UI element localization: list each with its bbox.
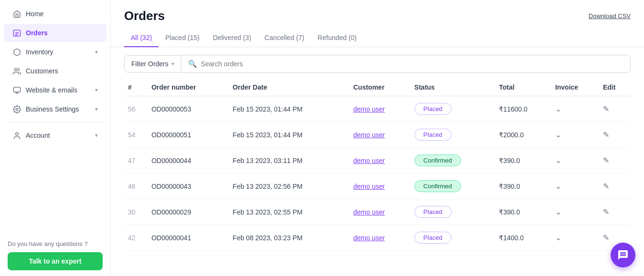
cell-status: Placed (411, 199, 495, 225)
cell-order-number: OD00000041 (148, 225, 229, 251)
edit-icon[interactable]: ✎ (603, 182, 609, 190)
cell-invoice[interactable]: ⌄ (551, 148, 599, 174)
invoice-download-icon[interactable]: ⌄ (555, 182, 561, 190)
filter-bar: Filter Orders ▾ 🔍 (111, 47, 644, 79)
cell-status: Placed (411, 225, 495, 251)
tab-4[interactable]: Refunded (0) (311, 29, 363, 47)
cell-status: Placed (411, 96, 495, 122)
sidebar-item-inventory[interactable]: Inventory ▾ (4, 43, 106, 61)
customer-link[interactable]: demo user (353, 157, 385, 164)
talk-to-expert-button[interactable]: Talk to an expert (8, 252, 103, 270)
chat-icon (617, 249, 629, 261)
customer-link[interactable]: demo user (353, 131, 385, 139)
sidebar: Home Orders Inventory ▾ Customers (0, 0, 111, 276)
tabs-bar: All (32)Placed (15)Delivered (3)Cancelle… (111, 29, 644, 47)
sidebar-item-customers[interactable]: Customers (4, 62, 106, 80)
cell-customer[interactable]: demo user (349, 225, 411, 251)
table-row: 30 OD00000029 Feb 13 2023, 02:55 PM demo… (124, 199, 631, 225)
chat-widget[interactable] (611, 243, 635, 267)
cell-customer[interactable]: demo user (349, 96, 411, 122)
col-header-total: Total (495, 79, 551, 96)
table-row: 46 OD00000043 Feb 13 2023, 02:56 PM demo… (124, 174, 631, 199)
sidebar-item-business-settings-label: Business Settings (26, 105, 79, 113)
customer-link[interactable]: demo user (353, 105, 385, 113)
cell-order-date: Feb 13 2023, 02:55 PM (229, 199, 349, 225)
table-row: 47 OD00000044 Feb 13 2023, 03:11 PM demo… (124, 148, 631, 174)
cell-customer[interactable]: demo user (349, 199, 411, 225)
invoice-download-icon[interactable]: ⌄ (555, 234, 561, 242)
orders-table: #Order numberOrder DateCustomerStatusTot… (124, 79, 631, 251)
sidebar-item-home-label: Home (26, 10, 43, 18)
customer-link[interactable]: demo user (353, 183, 385, 190)
invoice-download-icon[interactable]: ⌄ (555, 131, 561, 139)
edit-icon[interactable]: ✎ (603, 131, 609, 139)
cell-edit[interactable]: ✎ (599, 122, 631, 148)
main-content: Orders Download CSV All (32)Placed (15)D… (111, 0, 644, 276)
cell-order-date: Feb 13 2023, 03:11 PM (229, 148, 349, 174)
cell-edit[interactable]: ✎ (599, 174, 631, 199)
sidebar-item-business-settings[interactable]: Business Settings ▾ (4, 100, 106, 118)
cell-invoice[interactable]: ⌄ (551, 122, 599, 148)
cell-num: 42 (124, 225, 148, 251)
cell-invoice[interactable]: ⌄ (551, 96, 599, 122)
sidebar-item-customers-label: Customers (26, 67, 58, 75)
filter-orders-label: Filter Orders (131, 60, 169, 68)
search-box: 🔍 (181, 55, 631, 73)
status-badge: Placed (414, 103, 452, 115)
table-body: 56 OD00000053 Feb 15 2023, 01:44 PM demo… (124, 96, 631, 251)
status-badge: Confirmed (414, 154, 461, 166)
cell-total: ₹11600.0 (495, 96, 551, 122)
sidebar-item-home[interactable]: Home (4, 5, 106, 23)
edit-icon[interactable]: ✎ (603, 156, 609, 164)
svg-point-8 (16, 108, 18, 110)
cell-edit[interactable]: ✎ (599, 148, 631, 174)
cell-customer[interactable]: demo user (349, 122, 411, 148)
orders-table-container: #Order numberOrder DateCustomerStatusTot… (111, 79, 644, 276)
invoice-download-icon[interactable]: ⌄ (555, 105, 561, 113)
orders-icon (12, 29, 21, 37)
sidebar-question: Do you have any questions ? (8, 240, 103, 247)
customer-link[interactable]: demo user (353, 208, 385, 216)
search-input[interactable] (201, 60, 623, 68)
table-row: 56 OD00000053 Feb 15 2023, 01:44 PM demo… (124, 96, 631, 122)
cell-invoice[interactable]: ⌄ (551, 225, 599, 251)
chevron-down-icon: ▾ (95, 49, 98, 55)
cell-order-date: Feb 15 2023, 01:44 PM (229, 96, 349, 122)
tab-0[interactable]: All (32) (124, 29, 158, 47)
cell-total: ₹390.0 (495, 174, 551, 199)
cell-edit[interactable]: ✎ (599, 96, 631, 122)
cell-customer[interactable]: demo user (349, 174, 411, 199)
chevron-down-icon: ▾ (95, 87, 98, 93)
cell-invoice[interactable]: ⌄ (551, 174, 599, 199)
inventory-icon (12, 48, 21, 56)
cell-invoice[interactable]: ⌄ (551, 199, 599, 225)
cell-order-number: OD00000053 (148, 96, 229, 122)
sidebar-footer: Do you have any questions ? Talk to an e… (0, 235, 110, 276)
filter-orders-button[interactable]: Filter Orders ▾ (124, 55, 181, 72)
cell-customer[interactable]: demo user (349, 148, 411, 174)
col-header-order-date: Order Date (229, 79, 349, 96)
svg-point-9 (15, 133, 18, 135)
download-csv-link[interactable]: Download CSV (589, 12, 631, 20)
cell-order-date: Feb 13 2023, 02:56 PM (229, 174, 349, 199)
cell-num: 47 (124, 148, 148, 174)
tab-1[interactable]: Placed (15) (158, 29, 206, 47)
sidebar-item-website-emails-label: Website & emails (26, 86, 77, 94)
tab-2[interactable]: Delivered (3) (206, 29, 258, 47)
sidebar-item-account[interactable]: Account ▾ (4, 126, 106, 144)
sidebar-item-orders-label: Orders (26, 29, 48, 37)
cell-edit[interactable]: ✎ (599, 199, 631, 225)
tab-3[interactable]: Cancelled (7) (258, 29, 311, 47)
sidebar-item-website-emails[interactable]: Website & emails ▾ (4, 81, 106, 99)
customer-link[interactable]: demo user (353, 234, 385, 242)
col-header-customer: Customer (349, 79, 411, 96)
edit-icon[interactable]: ✎ (603, 208, 609, 216)
cell-num: 30 (124, 199, 148, 225)
invoice-download-icon[interactable]: ⌄ (555, 156, 561, 164)
table-header: #Order numberOrder DateCustomerStatusTot… (124, 79, 631, 96)
edit-icon[interactable]: ✎ (603, 234, 609, 242)
edit-icon[interactable]: ✎ (603, 105, 609, 113)
sidebar-item-orders[interactable]: Orders (4, 24, 106, 42)
invoice-download-icon[interactable]: ⌄ (555, 208, 561, 216)
chevron-down-icon: ▾ (95, 106, 98, 112)
